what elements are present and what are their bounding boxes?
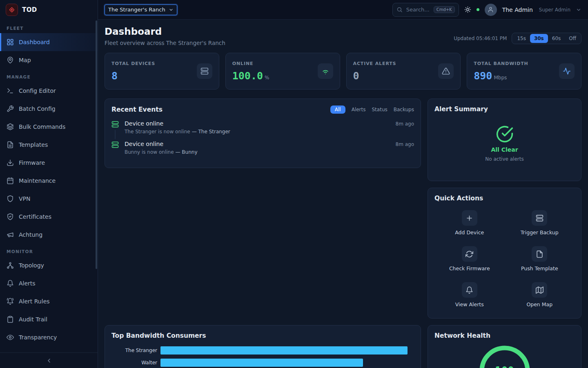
page-title: Dashboard (105, 26, 225, 37)
refresh-option-off[interactable]: Off (565, 34, 580, 43)
nav-label: Firmware (19, 159, 45, 166)
sidebar-item-vpn[interactable]: VPN (0, 190, 98, 208)
connection-status-dot (477, 8, 479, 11)
wrench-icon (7, 105, 14, 112)
sidebar-item-bulk-commands[interactable]: Bulk Commands (0, 118, 98, 136)
app-name: TOD (22, 6, 37, 13)
filter-alerts[interactable]: Alerts (352, 107, 366, 112)
alert-summary-title: Alert Summary (434, 105, 575, 113)
event-title: Device online (125, 141, 414, 147)
quick-action-open-map[interactable]: Open Map (526, 282, 552, 307)
nav-label: Templates (19, 141, 48, 148)
theme-toggle-sun-icon[interactable] (464, 6, 471, 13)
network-health-card: Network Health 100 (428, 325, 581, 368)
search-shortcut-badge: Cmd+K (434, 6, 455, 13)
sidebar-item-certificates[interactable]: Certificates (0, 208, 98, 226)
dashboard-grid-icon (7, 38, 14, 46)
search-input[interactable] (405, 6, 431, 13)
sidebar-collapse-button[interactable] (0, 352, 98, 368)
event-filters: All Alerts Status Backups (330, 105, 414, 114)
sidebar-item-batch-config[interactable]: Batch Config (0, 100, 98, 118)
quick-action-label: Push Template (521, 265, 558, 272)
server-icon (532, 210, 547, 226)
sidebar-item-alert-rules[interactable]: Alert Rules (0, 292, 98, 310)
check-circle-icon (496, 125, 514, 143)
nav-label: Batch Config (19, 105, 56, 112)
alert-triangle-icon (438, 63, 454, 79)
stat-label: ACTIVE ALERTS (353, 61, 396, 66)
logo-row: TOD (0, 0, 98, 20)
fleet-selector-value: The Stranger's Ranch (108, 7, 165, 13)
nav-label: Config Editor (19, 88, 56, 94)
sidebar-item-config-editor[interactable]: Config Editor (0, 82, 98, 100)
quick-action-check-firmware[interactable]: Check Firmware (449, 246, 490, 272)
sidebar-nav: FLEET Dashboard Map MANAGE Config Editor… (0, 20, 98, 352)
user-menu-chevron-icon[interactable] (576, 7, 581, 13)
sidebar-item-dashboard[interactable]: Dashboard (0, 33, 98, 51)
recent-events-title: Recent Events (111, 106, 163, 113)
refresh-icon (462, 246, 477, 262)
nav-section-fleet: FLEET (0, 20, 98, 33)
sidebar-item-firmware[interactable]: Firmware (0, 154, 98, 172)
nav-label: Achtung (19, 231, 42, 238)
stat-unit: % (265, 75, 269, 81)
shield-check-icon (7, 213, 14, 220)
sidebar-item-templates[interactable]: Templates (0, 136, 98, 154)
stat-cards-row: TOTAL DEVICES 8 ONLINE 100.0% ACTIVE ALE… (105, 53, 581, 90)
nav-section-monitor: MONITOR (0, 244, 98, 256)
search-box[interactable]: Cmd+K (392, 3, 459, 17)
bandwidth-title: Top Bandwidth Consumers (111, 332, 206, 339)
refresh-option-30s[interactable]: 30s (530, 34, 548, 43)
sidebar: TOD FLEET Dashboard Map MANAGE Config Ed… (0, 0, 98, 368)
nav-label: Audit Trail (19, 316, 47, 323)
sidebar-item-maintenance[interactable]: Maintenance (0, 172, 98, 190)
nav-label: Alert Rules (19, 298, 50, 305)
sidebar-scrollbar[interactable] (96, 20, 97, 269)
sidebar-item-transparency[interactable]: Transparency (0, 328, 98, 346)
filter-backups[interactable]: Backups (394, 107, 414, 112)
clipboard-icon (7, 316, 14, 323)
app-root: TOD FLEET Dashboard Map MANAGE Config Ed… (0, 0, 588, 368)
stat-value: 8 (111, 70, 118, 82)
refresh-option-60s[interactable]: 60s (548, 34, 565, 43)
bandwidth-chart: The Stranger Walter (111, 346, 414, 367)
alert-summary-status: All Clear (491, 146, 518, 153)
alert-summary-card: Alert Summary All Clear No active alerts (428, 99, 581, 181)
nav-label: Alerts (19, 280, 36, 287)
event-description: The Stranger is now online (125, 129, 190, 135)
sidebar-item-alerts[interactable]: Alerts (0, 274, 98, 292)
nav-label: Maintenance (19, 177, 56, 184)
sidebar-item-audit-trail[interactable]: Audit Trail (0, 310, 98, 328)
quick-action-add-device[interactable]: Add Device (455, 210, 484, 236)
wifi-icon (318, 63, 333, 79)
bell-icon (462, 282, 477, 298)
network-health-gauge: 100 (478, 344, 531, 368)
bandwidth-device-label: Walter (111, 360, 157, 366)
quick-action-view-alerts[interactable]: View Alerts (455, 282, 484, 307)
fleet-selector[interactable]: The Stranger's Ranch (105, 4, 177, 15)
filter-all[interactable]: All (330, 105, 345, 114)
bandwidth-row: The Stranger (111, 346, 414, 355)
nav-label: Map (19, 57, 31, 63)
server-icon (111, 121, 119, 128)
event-device: — Bunny (176, 149, 198, 155)
bell-icon (7, 280, 14, 287)
stat-value: 890 (474, 70, 492, 82)
filter-status[interactable]: Status (372, 107, 388, 112)
stat-unit: Mbps (494, 75, 507, 81)
bandwidth-card: Top Bandwidth Consumers The Stranger Wal… (105, 325, 421, 368)
quick-action-push-template[interactable]: Push Template (521, 246, 558, 272)
app-logo-icon (6, 4, 18, 16)
quick-action-label: Trigger Backup (521, 229, 559, 236)
sidebar-item-achtung[interactable]: Achtung (0, 226, 98, 244)
bell-ring-icon (7, 298, 14, 305)
nav-label: Certificates (19, 213, 51, 220)
nav-label: Bulk Commands (19, 123, 65, 130)
nav-label: Transparency (19, 334, 57, 341)
user-avatar[interactable] (485, 4, 497, 16)
sidebar-item-map[interactable]: Map (0, 51, 98, 69)
quick-action-trigger-backup[interactable]: Trigger Backup (521, 210, 559, 236)
refresh-option-15s[interactable]: 15s (513, 34, 530, 43)
sidebar-item-topology[interactable]: Topology (0, 256, 98, 274)
bandwidth-bar (160, 346, 408, 355)
